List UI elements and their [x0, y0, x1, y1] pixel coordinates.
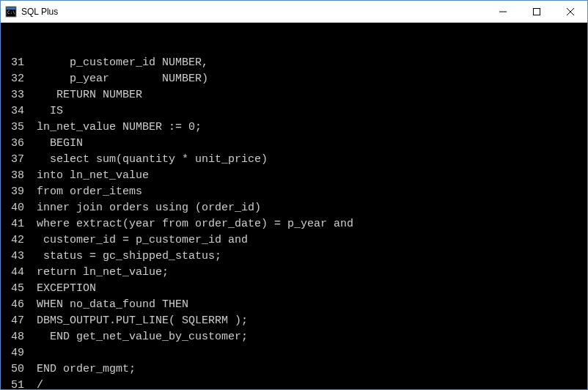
code-line: 51 /: [2, 378, 586, 389]
line-content: into ln_net_value: [30, 168, 586, 184]
line-number: 34: [2, 103, 30, 119]
titlebar[interactable]: C:\ SQL Plus: [1, 1, 587, 23]
code-line: 32 p_year NUMBER): [2, 71, 586, 87]
code-line: 41 where extract(year from order_date) =…: [2, 216, 586, 232]
code-line: 43 status = gc_shipped_status;: [2, 249, 586, 265]
line-number: 38: [2, 168, 30, 184]
line-content: DBMS_OUTPUT.PUT_LINE( SQLERRM );: [30, 313, 586, 329]
code-line: 33 RETURN NUMBER: [2, 87, 586, 103]
code-line: 31 p_customer_id NUMBER,: [2, 55, 586, 71]
line-number: 43: [2, 249, 30, 265]
line-content: select sum(quantity * unit_price): [30, 152, 586, 168]
line-number: 50: [2, 361, 30, 378]
line-number: 33: [2, 87, 30, 103]
line-content: where extract(year from order_date) = p_…: [30, 216, 586, 232]
line-content: IS: [30, 103, 586, 119]
code-line: 37 select sum(quantity * unit_price): [2, 152, 586, 168]
line-content: /: [30, 378, 586, 389]
line-number: 40: [2, 200, 30, 216]
line-number: 36: [2, 136, 30, 152]
code-line: 38 into ln_net_value: [2, 168, 586, 184]
minimize-button[interactable]: [486, 1, 520, 22]
code-line: 47 DBMS_OUTPUT.PUT_LINE( SQLERRM );: [2, 313, 586, 329]
line-content: ln_net_value NUMBER := 0;: [30, 119, 586, 136]
sqlplus-window: C:\ SQL Plus 31 p_customer_id NUMBER,32 …: [0, 0, 588, 390]
app-icon: C:\: [5, 6, 17, 18]
code-line: 50 END order_mgmt;: [2, 361, 586, 378]
line-number: 35: [2, 119, 30, 136]
line-content: END get_net_value_by_customer;: [30, 329, 586, 345]
terminal-output[interactable]: 31 p_customer_id NUMBER,32 p_year NUMBER…: [1, 23, 587, 389]
line-number: 45: [2, 281, 30, 297]
line-number: 46: [2, 297, 30, 313]
code-line: 35 ln_net_value NUMBER := 0;: [2, 119, 586, 136]
code-line: 36 BEGIN: [2, 136, 586, 152]
svg-rect-4: [534, 8, 540, 15]
line-content: EXCEPTION: [30, 281, 586, 297]
line-number: 41: [2, 216, 30, 232]
line-number: 44: [2, 265, 30, 281]
line-number: 51: [2, 378, 30, 389]
svg-text:C:\: C:\: [7, 10, 15, 15]
line-content: BEGIN: [30, 136, 586, 152]
line-number: 39: [2, 184, 30, 200]
line-content: RETURN NUMBER: [30, 87, 586, 103]
line-number: 42: [2, 232, 30, 249]
window-controls: [486, 1, 587, 22]
line-content: return ln_net_value;: [30, 265, 586, 281]
line-content: p_customer_id NUMBER,: [30, 55, 586, 71]
line-content: from order_items: [30, 184, 586, 200]
line-number: 49: [2, 345, 30, 361]
close-button[interactable]: [554, 1, 587, 22]
line-content: p_year NUMBER): [30, 71, 586, 87]
line-content: status = gc_shipped_status;: [30, 249, 586, 265]
window-title: SQL Plus: [21, 7, 486, 17]
line-content: customer_id = p_customer_id and: [30, 232, 586, 249]
code-line: 49: [2, 345, 586, 361]
code-line: 39 from order_items: [2, 184, 586, 200]
line-content: WHEN no_data_found THEN: [30, 297, 586, 313]
line-number: 31: [2, 55, 30, 71]
code-line: 48 END get_net_value_by_customer;: [2, 329, 586, 345]
code-line: 34 IS: [2, 103, 586, 119]
maximize-button[interactable]: [520, 1, 554, 22]
code-line: 40 inner join orders using (order_id): [2, 200, 586, 216]
code-line: 45 EXCEPTION: [2, 281, 586, 297]
line-number: 32: [2, 71, 30, 87]
code-line: 44 return ln_net_value;: [2, 265, 586, 281]
line-number: 47: [2, 313, 30, 329]
line-number: 48: [2, 329, 30, 345]
line-content: inner join orders using (order_id): [30, 200, 586, 216]
line-content: [30, 345, 586, 361]
code-line: 46 WHEN no_data_found THEN: [2, 297, 586, 313]
line-number: 37: [2, 152, 30, 168]
line-content: END order_mgmt;: [30, 361, 586, 378]
code-line: 42 customer_id = p_customer_id and: [2, 232, 586, 249]
